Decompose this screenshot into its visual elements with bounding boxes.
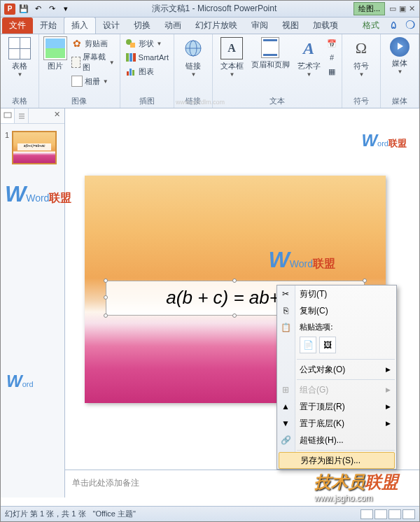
cm-separator xyxy=(297,359,395,360)
slide-panel: ✕ 1 a(b+c)=ab+ac xyxy=(1,108,65,498)
media-icon xyxy=(390,37,410,57)
undo-icon[interactable]: ↶ xyxy=(31,3,44,15)
resize-handle[interactable] xyxy=(232,278,237,283)
cm-paste-header: 📋粘贴选项: xyxy=(277,319,396,334)
svg-rect-2 xyxy=(127,71,129,76)
wordart-icon: A xyxy=(298,37,320,59)
slideshow-view-button[interactable] xyxy=(402,509,415,519)
svg-rect-3 xyxy=(130,69,132,76)
drawing-tools-tab[interactable]: 绘图... xyxy=(354,2,385,15)
shapes-button[interactable]: 形状▼ xyxy=(125,37,169,50)
tab-view[interactable]: 视图 xyxy=(275,17,306,34)
tab-review[interactable]: 审阅 xyxy=(244,17,275,34)
panel-tabs: ✕ xyxy=(1,108,64,124)
chevron-right-icon: ▶ xyxy=(386,420,391,427)
picture-button[interactable]: 图片 xyxy=(43,37,68,71)
quick-access-toolbar: P 💾 ↶ ↷ ▾ xyxy=(1,3,75,15)
wordart-button[interactable]: A 艺术字▼ xyxy=(294,37,323,78)
maximize-icon[interactable]: ▣ xyxy=(399,4,406,13)
tab-transitions[interactable]: 切换 xyxy=(127,17,158,34)
cm-cut[interactable]: ✂剪切(T) xyxy=(277,285,396,302)
context-menu: ✂剪切(T) ⎘复制(C) 📋粘贴选项: 📄 🖼 公式对象(O)▶ ⊞组合(G)… xyxy=(276,285,397,470)
hyperlink-button[interactable]: 链接▼ xyxy=(178,37,208,78)
group-label-symbols: 符号 xyxy=(346,94,376,108)
media-button[interactable]: 媒体▼ xyxy=(385,37,414,75)
resize-handle[interactable] xyxy=(232,313,237,318)
clipart-icon: ✿ xyxy=(71,38,83,49)
normal-view-button[interactable] xyxy=(360,509,373,519)
paste-keep-formatting[interactable]: 📄 xyxy=(300,337,316,353)
cm-hyperlink[interactable]: 🔗超链接(H)... xyxy=(277,432,396,449)
text-extra-2[interactable]: # xyxy=(326,51,337,64)
clipart-button[interactable]: ✿剪贴画 xyxy=(71,37,115,50)
headerfooter-button[interactable]: 页眉和页脚 xyxy=(249,37,291,70)
tab-animations[interactable]: 动画 xyxy=(158,17,188,34)
hyperlink-icon: 🔗 xyxy=(280,435,291,446)
chevron-right-icon: ▶ xyxy=(386,366,391,373)
textbox-button[interactable]: A 文本框▼ xyxy=(217,37,246,78)
symbol-button[interactable]: Ω 符号▼ xyxy=(346,37,376,78)
slide-thumbnail-1[interactable]: a(b+c)=ab+ac xyxy=(12,131,57,164)
symbol-icon: Ω xyxy=(350,37,372,59)
tab-format[interactable]: 格式 xyxy=(356,17,386,34)
bring-front-icon: ▲ xyxy=(280,401,291,412)
cut-icon: ✂ xyxy=(280,288,291,299)
qat-dropdown-icon[interactable]: ▾ xyxy=(59,3,72,15)
cm-separator xyxy=(297,450,395,451)
shapes-icon xyxy=(125,38,136,49)
help-icon[interactable]: ❍ xyxy=(401,16,419,34)
resize-handle[interactable] xyxy=(104,313,108,318)
reading-view-button[interactable] xyxy=(388,509,401,519)
sorter-view-button[interactable] xyxy=(374,509,387,519)
group-links: 链接▼ 链接 xyxy=(174,34,213,108)
screenshot-icon xyxy=(71,57,80,68)
resize-handle[interactable] xyxy=(363,278,367,283)
cm-save-as-picture[interactable]: 另存为图片(S)... xyxy=(279,452,395,469)
cm-copy[interactable]: ⎘复制(C) xyxy=(277,302,396,319)
save-icon[interactable]: 💾 xyxy=(18,3,30,15)
object-icon: ▦ xyxy=(327,66,337,77)
chart-button[interactable]: 图表 xyxy=(125,65,169,78)
table-button[interactable]: 表格▼ xyxy=(5,37,34,78)
thumbnails-tab[interactable] xyxy=(1,108,15,123)
smartart-button[interactable]: SmartArt xyxy=(125,51,169,64)
cm-bring-front[interactable]: ▲置于顶层(R)▶ xyxy=(277,398,396,415)
album-button[interactable]: 相册▼ xyxy=(71,75,115,87)
app-icon[interactable]: P xyxy=(4,3,16,15)
resize-handle[interactable] xyxy=(104,295,108,299)
svg-rect-1 xyxy=(130,43,135,48)
cm-send-back[interactable]: ▼置于底层(K)▶ xyxy=(277,415,396,432)
chevron-right-icon: ▶ xyxy=(386,386,391,393)
panel-close-icon[interactable]: ✕ xyxy=(50,108,64,123)
tab-home[interactable]: 开始 xyxy=(33,17,64,34)
outline-tab[interactable] xyxy=(15,108,29,123)
minimize-icon[interactable]: ▭ xyxy=(389,4,396,13)
ribbon: 表格▼ 表格 图片 ✿剪贴画 屏幕截图▼ 相册▼ 图像 形状▼ SmartArt… xyxy=(1,34,419,108)
tab-slideshow[interactable]: 幻灯片放映 xyxy=(188,17,244,34)
title-bar: P 💾 ↶ ↷ ▾ 演示文稿1 - Microsoft PowerPoint 绘… xyxy=(1,1,419,17)
status-theme: "Office 主题" xyxy=(93,509,136,519)
thumb-number: 1 xyxy=(5,131,9,139)
minimize-ribbon-icon[interactable]: ۵ xyxy=(386,16,401,34)
cm-group: ⊞组合(G)▶ xyxy=(277,381,396,398)
svg-rect-8 xyxy=(4,113,11,118)
thumb-equation: a(b+c)=ab+ac xyxy=(18,143,51,150)
tab-insert[interactable]: 插入 xyxy=(64,17,96,34)
tab-design[interactable]: 设计 xyxy=(96,17,127,34)
status-bar: 幻灯片 第 1 张，共 1 张 "Office 主题" xyxy=(1,506,419,521)
text-extra-1[interactable]: 📅 xyxy=(326,37,337,50)
date-icon: 📅 xyxy=(327,38,337,49)
send-back-icon: ▼ xyxy=(280,418,291,429)
redo-icon[interactable]: ↷ xyxy=(46,3,58,15)
paste-picture[interactable]: 🖼 xyxy=(319,337,336,353)
text-extra-3[interactable]: ▦ xyxy=(326,65,337,78)
screenshot-button[interactable]: 屏幕截图▼ xyxy=(71,51,115,73)
cm-separator xyxy=(297,379,395,380)
close-icon[interactable]: ✕ xyxy=(409,4,415,13)
cm-formula-object[interactable]: 公式对象(O)▶ xyxy=(277,361,396,378)
tab-file[interactable]: 文件 xyxy=(2,17,33,34)
tab-addins[interactable]: 加载项 xyxy=(306,17,345,34)
group-illustrations: 形状▼ SmartArt 图表 插图 xyxy=(120,34,174,108)
resize-handle[interactable] xyxy=(104,278,108,283)
window-title: 演示文稿1 - Microsoft PowerPoint xyxy=(75,3,354,15)
